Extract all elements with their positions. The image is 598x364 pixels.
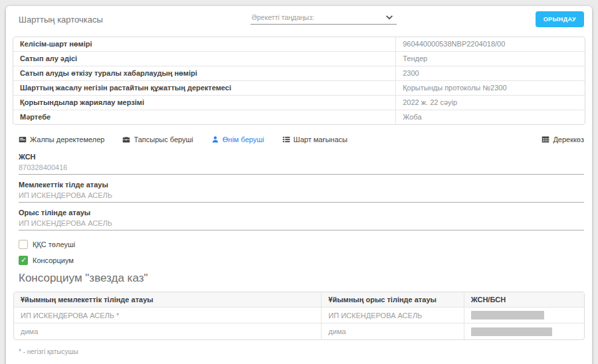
redacted-id <box>471 311 544 319</box>
table-row: Сатып алуды өткізу туралы хабарлаудың нө… <box>13 66 585 81</box>
table-row: Келісім-шарт нөмірі 960440000538NBP22040… <box>13 37 585 52</box>
field-label: Мемлекеттік тілде атауы <box>19 181 584 189</box>
supplier-form: ЖСН 870328400416 Мемлекеттік тілде атауы… <box>19 153 584 230</box>
table-row: ИП ИСКЕНДЕРОВА АСЕЛЬ * ИП ИСКЕНДЕРОВА АС… <box>14 308 584 323</box>
table-header-row: Ұйымның мемлекеттік тілінде атауы Ұйымны… <box>14 292 584 308</box>
detail-value: 960440000538NBP2204018/00 <box>396 37 585 52</box>
tab-label: Шарт мағынасы <box>294 136 348 143</box>
detail-label: Келісім-шарт нөмірі <box>13 37 396 52</box>
field-value: ИП ИСКЕНДЕРОВА АСЕЛЬ <box>19 191 584 203</box>
detail-label: Сатып алу әдісі <box>13 52 396 66</box>
tab-bar: Жалпы деректемелер Тапсырыс беруші Өнім … <box>19 136 584 143</box>
detail-value: 2022 ж. 22 сәуір <box>396 96 585 110</box>
contract-card: Шарттың карточкасы Әрекетті таңдаңыз: ОР… <box>6 6 592 364</box>
table-row: Қорытындылар жариялау мерзімі 2022 ж. 22… <box>13 96 585 110</box>
detail-label: Сатып алуды өткізу туралы хабарлаудың нө… <box>13 66 396 81</box>
person-icon <box>211 136 219 143</box>
field-label: ЖСН <box>19 153 584 161</box>
member-id-cell <box>464 308 584 323</box>
column-header: Ұйымның орыс тілінде атауы <box>322 292 464 308</box>
consortium-table: Ұйымның мемлекеттік тілінде атауы Ұйымны… <box>13 292 585 340</box>
source-link-label: Дереккөз <box>553 136 584 143</box>
detail-value: 2300 <box>396 66 585 81</box>
member-id-cell <box>464 323 584 339</box>
member-name-ru: дима <box>322 323 464 339</box>
iin-field[interactable]: ЖСН 870328400416 <box>19 153 584 175</box>
table-row: Мәртебе Жоба <box>13 110 585 124</box>
tab-label: Тапсырыс беруші <box>134 136 193 143</box>
execute-button[interactable]: ОРЫНДАУ <box>536 11 584 27</box>
checkbox-unchecked-icon <box>19 240 28 249</box>
card-icon <box>19 136 27 143</box>
consortium-checkbox[interactable]: Консорциум <box>19 256 584 265</box>
table-row: Сатып алу әдісі Тендер <box>13 52 585 66</box>
tab-general-details[interactable]: Жалпы деректемелер <box>19 136 104 143</box>
checkbox-label: ҚҚС төлеуші <box>33 240 75 248</box>
chevron-down-icon <box>385 13 394 22</box>
consortium-title: Консорциум "звезда каз" <box>19 272 584 285</box>
source-link[interactable]: Дереккөз <box>542 136 584 143</box>
details-table: Келісім-шарт нөмірі 960440000538NBP22040… <box>13 37 585 125</box>
grid-icon <box>542 136 549 143</box>
detail-value: Қорытынды протоколы №2300 <box>396 81 585 96</box>
action-select[interactable]: Әрекетті таңдаңыз: <box>250 11 397 25</box>
field-value: 870328400416 <box>19 163 584 175</box>
detail-label: Мәртебе <box>13 110 396 124</box>
detail-value: Жоба <box>396 110 585 124</box>
name-kz-field[interactable]: Мемлекеттік тілде атауы ИП ИСКЕНДЕРОВА А… <box>19 181 584 203</box>
tab-contract-subject[interactable]: Шарт мағынасы <box>282 136 348 143</box>
field-label: Орыс тілінде атауы <box>19 209 584 217</box>
checkbox-label: Консорциум <box>33 256 74 264</box>
redacted-id <box>471 327 552 336</box>
table-row: дима дима <box>14 323 584 339</box>
page-title: Шарттың карточкасы <box>19 15 103 25</box>
field-value: ИП ИСКЕНДЕРОВА АСЕЛЬ <box>19 219 584 230</box>
briefcase-icon <box>122 136 130 143</box>
footnote: * - негізгі қатысушы <box>19 348 584 355</box>
list-icon <box>282 136 290 143</box>
tab-customer[interactable]: Тапсырыс беруші <box>122 136 193 143</box>
table-row: Шарттың жасалу негізін растайтын құжатты… <box>13 81 585 96</box>
tab-label: Өнім беруші <box>223 136 264 143</box>
detail-label: Қорытындылар жариялау мерзімі <box>13 96 396 110</box>
column-header: ЖСН/БСН <box>464 292 584 308</box>
name-ru-field[interactable]: Орыс тілінде атауы ИП ИСКЕНДЕРОВА АСЕЛЬ <box>19 209 584 230</box>
column-header: Ұйымның мемлекеттік тілінде атауы <box>14 292 322 308</box>
member-name-ru: ИП ИСКЕНДЕРОВА АСЕЛЬ <box>322 308 464 323</box>
card-header: Шарттың карточкасы Әрекетті таңдаңыз: ОР… <box>13 6 585 33</box>
tab-supplier[interactable]: Өнім беруші <box>211 136 264 143</box>
tab-label: Жалпы деректемелер <box>30 136 104 143</box>
checkbox-checked-icon <box>19 256 28 265</box>
detail-label: Шарттың жасалу негізін растайтын құжатты… <box>13 81 396 96</box>
detail-value: Тендер <box>396 52 585 66</box>
action-select-label: Әрекетті таңдаңыз: <box>252 13 314 21</box>
member-name-kz: дима <box>14 323 322 339</box>
vat-payer-checkbox[interactable]: ҚҚС төлеуші <box>19 240 584 249</box>
checkbox-group: ҚҚС төлеуші Консорциум <box>19 240 584 265</box>
member-name-kz: ИП ИСКЕНДЕРОВА АСЕЛЬ * <box>14 308 322 323</box>
